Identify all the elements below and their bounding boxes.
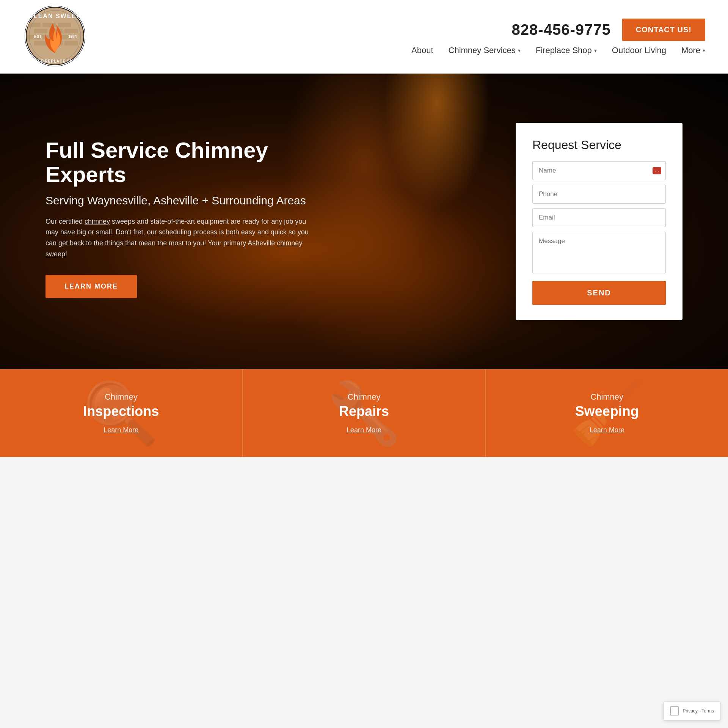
bottom-section [0, 457, 728, 533]
phone-number: 828-456-9775 [512, 21, 611, 38]
hero-subtitle: Serving Waynesville, Asheville + Surroun… [46, 194, 311, 207]
form-title: Request Service [532, 138, 666, 152]
send-button[interactable]: SEND [532, 281, 666, 305]
inspections-content: Chimney Inspections Learn More [15, 392, 227, 434]
service-cards-section: 🔍 Chimney Inspections Learn More 🔧 Chimn… [0, 369, 728, 457]
svg-text:1984: 1984 [68, 35, 77, 39]
header: CLEAN SWEEP THE FIREPLACE SHOP EST 1984 … [0, 0, 728, 74]
sweeping-label-top: Chimney [501, 392, 713, 402]
nav-item-chimney-services[interactable]: Chimney Services ▾ [449, 46, 521, 55]
service-card-sweeping[interactable]: 🧹 Chimney Sweeping Learn More [486, 369, 728, 457]
repairs-label-top: Chimney [258, 392, 470, 402]
hero-text-block: Full Service Chimney Experts Serving Way… [46, 123, 311, 298]
logo[interactable]: CLEAN SWEEP THE FIREPLACE SHOP EST 1984 [23, 4, 87, 70]
service-card-repairs[interactable]: 🔧 Chimney Repairs Learn More [243, 369, 486, 457]
service-card-inspections[interactable]: 🔍 Chimney Inspections Learn More [0, 369, 243, 457]
repairs-learn-more[interactable]: Learn More [347, 426, 381, 434]
svg-rect-6 [34, 29, 47, 33]
chevron-down-icon: ▾ [594, 47, 597, 53]
svg-rect-8 [64, 29, 78, 33]
svg-rect-12 [34, 41, 47, 46]
repairs-label-bottom: Repairs [258, 403, 470, 419]
hero-description: Our certified chimney sweeps and state-o… [46, 216, 311, 260]
svg-text:EST: EST [34, 35, 41, 39]
main-nav: About Chimney Services ▾ Fireplace Shop … [411, 46, 705, 55]
hero-desc-part1: Our certified [46, 218, 85, 225]
chevron-down-icon: ▾ [518, 47, 521, 53]
svg-rect-14 [64, 41, 78, 46]
svg-text:CLEAN SWEEP: CLEAN SWEEP [28, 13, 81, 19]
hero-desc-part3: ! [65, 250, 67, 258]
nav-item-fireplace-shop[interactable]: Fireplace Shop ▾ [536, 46, 597, 55]
chevron-down-icon: ▾ [703, 47, 705, 53]
learn-more-button[interactable]: LEARN MORE [46, 275, 137, 298]
hero-content: Full Service Chimney Experts Serving Way… [0, 93, 728, 350]
nav-item-outdoor-living[interactable]: Outdoor Living [612, 46, 666, 55]
repairs-content: Chimney Repairs Learn More [258, 392, 470, 434]
sweeping-learn-more[interactable]: Learn More [590, 426, 624, 434]
sweeping-label-bottom: Sweeping [501, 403, 713, 419]
email-input[interactable] [532, 208, 666, 227]
request-service-form: Request Service ··· SEND [516, 123, 682, 320]
nav-item-more[interactable]: More ▾ [681, 46, 705, 55]
inspections-label-top: Chimney [15, 392, 227, 402]
header-top: 828-456-9775 CONTACT US! [512, 19, 705, 41]
nav-item-about[interactable]: About [411, 46, 433, 55]
name-field-wrapper: ··· [532, 161, 666, 180]
header-right: 828-456-9775 CONTACT US! About Chimney S… [411, 19, 705, 55]
inspections-label-bottom: Inspections [15, 403, 227, 419]
hero-title: Full Service Chimney Experts [46, 138, 311, 187]
message-input[interactable] [532, 232, 666, 273]
autofill-icon: ··· [653, 167, 661, 174]
sweeping-content: Chimney Sweeping Learn More [501, 392, 713, 434]
svg-rect-5 [58, 23, 71, 27]
contact-button[interactable]: CONTACT US! [622, 19, 705, 41]
hero-section: Full Service Chimney Experts Serving Way… [0, 74, 728, 369]
inspections-learn-more[interactable]: Learn More [104, 426, 138, 434]
name-input[interactable] [532, 161, 666, 180]
phone-input[interactable] [532, 185, 666, 204]
chimney-link[interactable]: chimney [85, 218, 110, 225]
svg-rect-3 [27, 23, 41, 27]
svg-text:THE FIREPLACE SHOP: THE FIREPLACE SHOP [31, 59, 80, 63]
